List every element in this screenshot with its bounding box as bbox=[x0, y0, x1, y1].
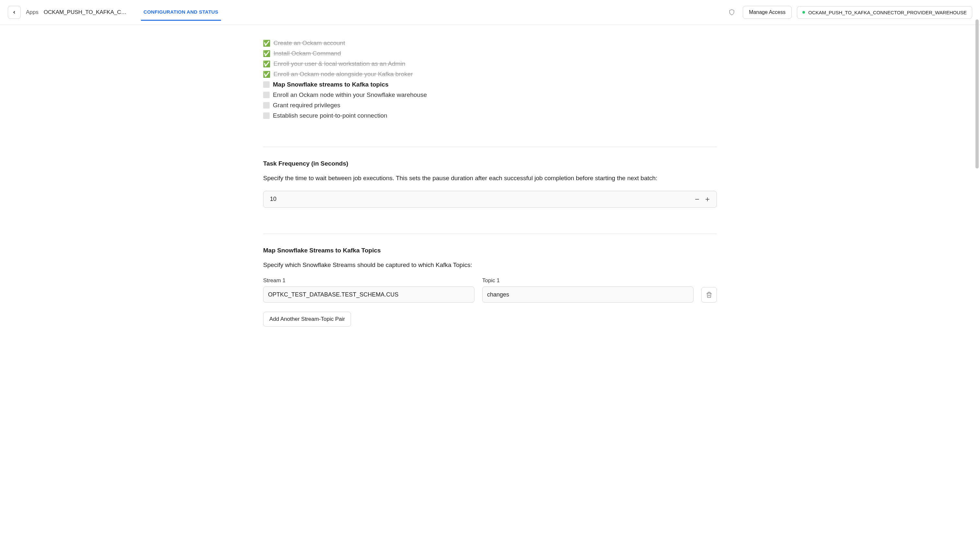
checklist-label: Establish secure point-to-point connecti… bbox=[273, 112, 387, 119]
divider bbox=[263, 234, 717, 234]
section-description: Specify the time to wait between job exe… bbox=[263, 174, 717, 183]
checkbox-empty-icon bbox=[263, 81, 270, 88]
trash-icon bbox=[706, 291, 712, 299]
delete-row-button[interactable] bbox=[701, 287, 717, 303]
shield-icon[interactable] bbox=[729, 9, 735, 16]
topic-column: Topic 1 bbox=[482, 277, 694, 303]
checklist-label: Enroll your user & local workstation as … bbox=[274, 60, 406, 67]
section-title: Map Snowflake Streams to Kafka Topics bbox=[263, 247, 717, 254]
breadcrumb-title: OCKAM_PUSH_TO_KAFKA_CONNE... bbox=[44, 9, 128, 16]
stream-column: Stream 1 bbox=[263, 277, 474, 303]
increment-button[interactable]: + bbox=[702, 194, 713, 205]
checkmark-icon: ✅ bbox=[263, 40, 270, 47]
scrollbar[interactable] bbox=[975, 19, 979, 353]
checklist-section: ✅ Create an Ockam account ✅ Install Ocka… bbox=[263, 38, 717, 134]
tabs: CONFIGURATION AND STATUS bbox=[141, 4, 221, 21]
topic-input[interactable] bbox=[482, 286, 694, 303]
warehouse-selector[interactable]: OCKAM_PUSH_TO_KAFKA_CONNECTOR_PROVIDER_W… bbox=[797, 6, 972, 19]
mapping-row: Stream 1 Topic 1 bbox=[263, 277, 717, 303]
checkmark-icon: ✅ bbox=[263, 60, 270, 67]
scrollbar-thumb[interactable] bbox=[975, 19, 979, 168]
checkbox-empty-icon bbox=[263, 102, 270, 108]
checklist-item: ✅ Enroll an Ockam node alongside your Ka… bbox=[263, 69, 717, 79]
checklist-item: Map Snowflake streams to Kafka topics bbox=[263, 79, 717, 90]
checkmark-icon: ✅ bbox=[263, 71, 270, 78]
decrement-button[interactable]: − bbox=[692, 194, 702, 205]
checklist-item: ✅ Install Ockam Command bbox=[263, 48, 717, 59]
status-dot-icon bbox=[802, 11, 805, 14]
task-frequency-section: Task Frequency (in Seconds) Specify the … bbox=[263, 160, 717, 221]
tab-configuration-status[interactable]: CONFIGURATION AND STATUS bbox=[141, 4, 221, 21]
checklist-label: Enroll an Ockam node within your Snowfla… bbox=[273, 91, 427, 99]
checklist-item: Establish secure point-to-point connecti… bbox=[263, 111, 717, 121]
manage-access-button[interactable]: Manage Access bbox=[743, 6, 792, 19]
section-description: Specify which Snowflake Streams should b… bbox=[263, 261, 717, 270]
frequency-input[interactable] bbox=[267, 193, 692, 205]
checklist-label: Install Ockam Command bbox=[274, 50, 341, 57]
section-title: Task Frequency (in Seconds) bbox=[263, 160, 717, 167]
breadcrumb: Apps OCKAM_PUSH_TO_KAFKA_CONNE... bbox=[26, 9, 128, 16]
checklist-item: ✅ Enroll your user & local workstation a… bbox=[263, 59, 717, 69]
mapping-section: Map Snowflake Streams to Kafka Topics Sp… bbox=[263, 247, 717, 340]
warehouse-label: OCKAM_PUSH_TO_KAFKA_CONNECTOR_PROVIDER_W… bbox=[808, 10, 967, 15]
app-header: Apps OCKAM_PUSH_TO_KAFKA_CONNE... CONFIG… bbox=[0, 0, 980, 25]
checklist-item: ✅ Create an Ockam account bbox=[263, 38, 717, 48]
add-stream-topic-button[interactable]: Add Another Stream-Topic Pair bbox=[263, 312, 351, 327]
checklist-label: Enroll an Ockam node alongside your Kafk… bbox=[274, 71, 413, 78]
checklist-item: Enroll an Ockam node within your Snowfla… bbox=[263, 90, 717, 100]
checklist-label: Create an Ockam account bbox=[274, 40, 345, 47]
frequency-stepper: − + bbox=[263, 191, 717, 208]
checklist-item: Grant required privileges bbox=[263, 100, 717, 111]
setup-checklist: ✅ Create an Ockam account ✅ Install Ocka… bbox=[263, 38, 717, 121]
breadcrumb-root[interactable]: Apps bbox=[26, 9, 38, 16]
stream-label: Stream 1 bbox=[263, 277, 474, 284]
chevron-left-icon bbox=[12, 10, 16, 14]
main-content: ✅ Create an Ockam account ✅ Install Ocka… bbox=[263, 25, 717, 353]
checklist-label: Map Snowflake streams to Kafka topics bbox=[273, 81, 388, 88]
checkbox-empty-icon bbox=[263, 92, 270, 98]
checkmark-icon: ✅ bbox=[263, 50, 270, 57]
checklist-label: Grant required privileges bbox=[273, 102, 340, 109]
checkbox-empty-icon bbox=[263, 113, 270, 119]
back-button[interactable] bbox=[8, 6, 21, 19]
stream-input[interactable] bbox=[263, 286, 474, 303]
topic-label: Topic 1 bbox=[482, 277, 694, 284]
divider bbox=[263, 147, 717, 147]
